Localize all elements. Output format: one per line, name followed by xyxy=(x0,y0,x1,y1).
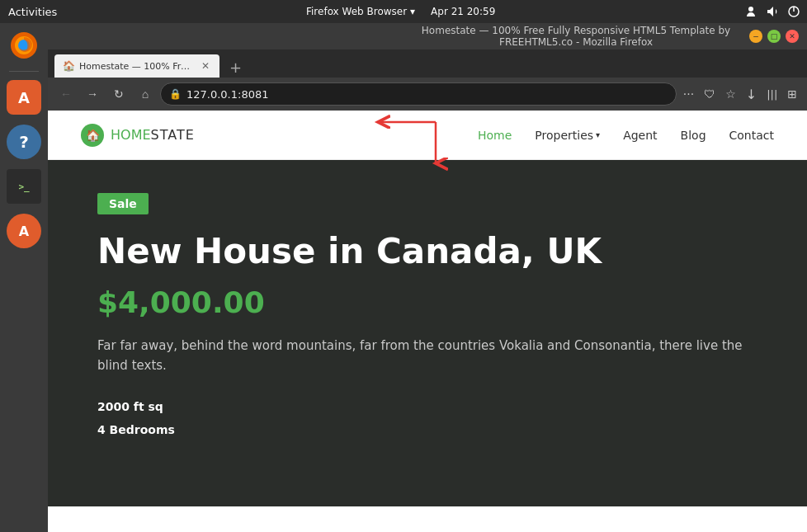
minimize-button[interactable]: − xyxy=(749,30,762,43)
nav-link-agent[interactable]: Agent xyxy=(623,129,657,142)
download-icon[interactable]: ↓ xyxy=(743,83,760,106)
volume-icon[interactable] xyxy=(766,5,779,18)
logo-icon: 🏠 xyxy=(81,124,104,147)
active-tab[interactable]: 🏠 Homestate — 100% Free Fu ✕ xyxy=(54,54,219,78)
power-icon[interactable] xyxy=(787,5,800,18)
help-letter: ? xyxy=(19,132,29,152)
back-button[interactable]: ← xyxy=(54,82,78,106)
library-icon[interactable]: ||| xyxy=(763,85,781,104)
nav-link-blog[interactable]: Blog xyxy=(681,129,706,142)
address-bar[interactable]: 🔒 127.0.0.1:8081 xyxy=(160,82,677,106)
hero-section: Sale New House in Canada, UK $4,000.00 F… xyxy=(48,160,807,506)
logo-home: HOME xyxy=(111,127,151,143)
navigation-bar: ← → ↻ ⌂ 🔒 127.0.0.1:8081 ··· 🛡 ☆ ↓ ||| ⊞ xyxy=(48,78,807,111)
firefox-titlebar: Homestate — 100% Free Fully Responsive H… xyxy=(48,23,807,49)
hero-sqft: 2000 ft sq xyxy=(97,400,163,413)
hero-details: 2000 ft sq 4 Bedrooms xyxy=(97,395,757,441)
nav-link-properties[interactable]: Properties ▾ xyxy=(535,129,600,142)
home-button[interactable]: ⌂ xyxy=(134,82,157,106)
reload-button[interactable]: ↻ xyxy=(107,82,130,106)
maximize-button[interactable]: □ xyxy=(767,30,781,43)
taskbar-icon-terminal[interactable]: >_ xyxy=(7,169,41,204)
firefox-logo-icon xyxy=(9,31,39,60)
tab-favicon: 🏠 xyxy=(63,60,74,72)
nav-right-icons: ··· 🛡 ☆ ↓ ||| ⊞ xyxy=(680,83,800,106)
url-display: 127.0.0.1:8081 xyxy=(186,88,668,101)
datetime-label: Apr 21 20:59 xyxy=(431,6,495,17)
nav-link-home[interactable]: Home xyxy=(478,129,512,142)
system-tray xyxy=(744,5,800,18)
website-content: 🏠 HOMESTATE Home Properties ▾ Agent Blog… xyxy=(48,111,807,532)
forward-button[interactable]: → xyxy=(81,82,104,106)
window-controls: − □ ✕ xyxy=(749,30,799,43)
hero-bedrooms: 4 Bedrooms xyxy=(97,423,175,436)
site-logo: 🏠 HOMESTATE xyxy=(81,124,195,147)
taskbar-divider-1 xyxy=(9,71,39,72)
firefox-window-title: Homestate — 100% Free Fully Responsive H… xyxy=(403,25,749,48)
hero-price: $4,000.00 xyxy=(97,285,757,319)
taskbar-icon-firefox[interactable] xyxy=(7,28,41,63)
taskbar: A ? >_ A xyxy=(0,0,48,532)
lock-icon: 🔒 xyxy=(169,88,182,100)
firefox-window: Homestate — 100% Free Fully Responsive H… xyxy=(48,23,807,532)
taskbar-icon-update[interactable]: A xyxy=(7,214,41,248)
tab-bar: 🏠 Homestate — 100% Free Fu ✕ + xyxy=(48,49,807,78)
logo-state: STATE xyxy=(151,127,195,143)
tab-close-button[interactable]: ✕ xyxy=(200,59,211,73)
hero-title: New House in Canada, UK xyxy=(97,231,757,272)
more-button[interactable]: ··· xyxy=(680,84,697,104)
properties-dropdown-icon: ▾ xyxy=(596,130,600,139)
site-nav-links: Home Properties ▾ Agent Blog Contact xyxy=(478,129,774,142)
shield-icon[interactable]: 🛡 xyxy=(701,84,719,104)
terminal-label: >_ xyxy=(18,181,29,192)
logo-text: HOMESTATE xyxy=(111,127,195,143)
sale-badge: Sale xyxy=(97,193,149,214)
hero-description: Far far away, behind the word mountains,… xyxy=(97,336,757,375)
app-name-label: Firefox Web Browser xyxy=(306,6,407,17)
close-button[interactable]: ✕ xyxy=(786,30,799,43)
update-letter: A xyxy=(19,224,29,239)
system-bar: Activities Firefox Web Browser ▾ Apr 21 … xyxy=(0,0,807,23)
taskbar-icon-help[interactable]: ? xyxy=(7,125,41,159)
appstore-letter: A xyxy=(18,89,30,106)
activities-label[interactable]: Activities xyxy=(8,6,57,18)
nav-link-contact[interactable]: Contact xyxy=(729,129,774,142)
new-tab-button[interactable]: + xyxy=(224,57,247,78)
system-bar-center: Firefox Web Browser ▾ Apr 21 20:59 xyxy=(57,6,744,17)
user-icon[interactable] xyxy=(744,5,757,18)
tab-title: Homestate — 100% Free Fu xyxy=(79,61,195,72)
site-nav: 🏠 HOMESTATE Home Properties ▾ Agent Blog… xyxy=(48,111,807,160)
taskbar-icon-appstore[interactable]: A xyxy=(7,80,41,115)
bookmark-star-icon[interactable]: ☆ xyxy=(722,84,739,104)
app-dropdown-icon[interactable]: ▾ xyxy=(410,6,415,17)
extensions-icon[interactable]: ⊞ xyxy=(784,84,800,104)
